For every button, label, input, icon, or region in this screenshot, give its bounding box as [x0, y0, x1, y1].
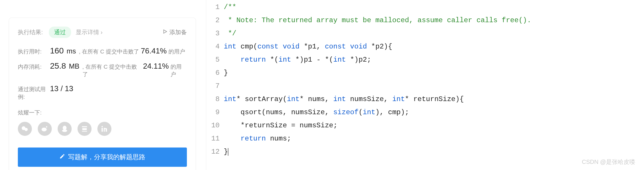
- result-card: 执行结果: 通过 显示详情 › 添加备 执行用时: 160 ms , 在所有 C…: [9, 18, 196, 170]
- svg-rect-9: [82, 131, 87, 132]
- add-note-button[interactable]: 添加备: [162, 28, 187, 36]
- runtime-row: 执行用时: 160 ms , 在所有 C 提交中击败了 76.41% 的用户: [18, 46, 187, 55]
- pen-icon: [59, 153, 65, 161]
- runtime-value: 160: [50, 46, 64, 55]
- code-line[interactable]: *returnSize = numsSize;: [224, 119, 644, 132]
- memory-prefix: , 在所有 C 提交中击败了: [82, 63, 142, 78]
- add-note-label: 添加备: [169, 28, 187, 36]
- code-editor[interactable]: 123456789101112 /** * Note: The returned…: [207, 0, 644, 170]
- memory-row: 内存消耗: 25.8 MB , 在所有 C 提交中击败了 24.11% 的用户: [18, 61, 187, 78]
- code-line[interactable]: /**: [224, 1, 644, 14]
- svg-point-5: [63, 126, 67, 130]
- linkedin-icon[interactable]: [97, 122, 111, 136]
- qq-icon[interactable]: [58, 122, 72, 136]
- code-line[interactable]: int cmp(const void *p1, const void *p2){: [224, 40, 644, 53]
- svg-point-11: [101, 126, 103, 127]
- line-number: 1: [207, 1, 220, 14]
- wechat-icon[interactable]: [18, 122, 32, 136]
- testcase-row: 通过测试用例: 13 / 13: [18, 84, 187, 101]
- watermark: CSDN @是张哈皮喽: [582, 158, 635, 166]
- code-line[interactable]: }: [224, 145, 644, 158]
- runtime-prefix: , 在所有 C 提交中击败了: [79, 48, 139, 55]
- code-line[interactable]: return *(int *)p1 - *(int *)p2;: [224, 53, 644, 66]
- line-gutter: 123456789101112: [207, 1, 224, 170]
- memory-label: 内存消耗:: [18, 63, 50, 71]
- svg-marker-0: [164, 30, 167, 33]
- write-solution-button[interactable]: 写题解，分享我的解题思路: [18, 148, 187, 167]
- svg-point-3: [42, 128, 47, 131]
- code-content[interactable]: /** * Note: The returned array must be m…: [224, 1, 644, 170]
- line-number: 5: [207, 53, 220, 66]
- line-number: 9: [207, 106, 220, 119]
- play-icon: [162, 29, 168, 36]
- svg-rect-8: [82, 128, 87, 130]
- line-number: 4: [207, 40, 220, 53]
- results-panel: 执行结果: 通过 显示详情 › 添加备 执行用时: 160 ms , 在所有 C…: [0, 0, 205, 170]
- status-badge: 通过: [49, 27, 71, 38]
- runtime-label: 执行用时:: [18, 48, 50, 55]
- code-line[interactable]: int* sortArray(int* nums, int numsSize, …: [224, 93, 644, 106]
- share-label: 炫耀一下:: [18, 109, 187, 117]
- line-number: 12: [207, 145, 220, 158]
- panel-divider: [206, 0, 206, 170]
- weibo-icon[interactable]: [38, 122, 52, 136]
- runtime-unit: ms: [67, 47, 76, 55]
- code-line[interactable]: qsort(nums, numsSize, sizeof(int), cmp);: [224, 106, 644, 119]
- line-number: 7: [207, 79, 220, 93]
- svg-point-2: [25, 128, 28, 131]
- memory-value: 25.8: [50, 61, 66, 71]
- code-line[interactable]: */: [224, 27, 644, 40]
- code-line[interactable]: return nums;: [224, 132, 644, 145]
- code-line[interactable]: * Note: The returned array must be mallo…: [224, 14, 644, 27]
- code-line[interactable]: [224, 79, 644, 93]
- svg-rect-10: [101, 128, 103, 132]
- runtime-suffix: 的用户: [168, 48, 185, 55]
- svg-point-4: [46, 126, 47, 127]
- social-row: [18, 122, 187, 136]
- memory-unit: MB: [69, 62, 80, 70]
- testcase-value: 13 / 13: [50, 84, 73, 93]
- code-line[interactable]: }: [224, 66, 644, 79]
- memory-percent: 24.11%: [143, 62, 169, 71]
- line-number: 3: [207, 27, 220, 40]
- svg-rect-7: [82, 126, 87, 127]
- line-number: 6: [207, 66, 220, 79]
- douban-icon[interactable]: [78, 122, 92, 136]
- cursor-icon: [228, 148, 228, 156]
- show-details-link[interactable]: 显示详情 ›: [76, 28, 103, 36]
- line-number: 2: [207, 14, 220, 27]
- svg-point-6: [62, 129, 67, 132]
- line-number: 11: [207, 132, 220, 145]
- line-number: 8: [207, 93, 220, 106]
- runtime-percent: 76.41%: [141, 46, 167, 55]
- write-solution-label: 写题解，分享我的解题思路: [68, 153, 145, 162]
- testcase-label: 通过测试用例:: [18, 86, 50, 101]
- result-header: 执行结果: 通过 显示详情 › 添加备: [18, 27, 187, 38]
- line-number: 10: [207, 119, 220, 132]
- memory-suffix: 的用户: [171, 63, 187, 78]
- result-label: 执行结果:: [18, 28, 43, 36]
